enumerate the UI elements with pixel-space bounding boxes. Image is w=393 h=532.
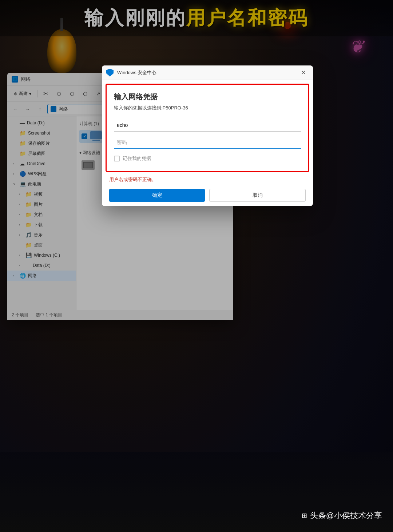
dialog-titlebar: Windows 安全中心 ✕ bbox=[102, 65, 313, 80]
password-field-container bbox=[114, 136, 301, 149]
confirm-button[interactable]: 确定 bbox=[109, 189, 205, 202]
password-input[interactable] bbox=[114, 136, 301, 149]
dialog-window-title: Windows 安全中心 bbox=[117, 69, 294, 76]
cancel-button[interactable]: 取消 bbox=[209, 189, 306, 202]
windows-security-icon bbox=[106, 69, 114, 77]
dialog-close-button[interactable]: ✕ bbox=[298, 67, 309, 78]
dialog-main-title: 输入网络凭据 bbox=[114, 92, 301, 102]
dialog-subtitle: 输入你的凭据以连接到:P50PRO-36 bbox=[114, 105, 301, 111]
dialog-content-area: 输入网络凭据 输入你的凭据以连接到:P50PRO-36 记住我的凭据 bbox=[106, 84, 309, 172]
security-dialog: Windows 安全中心 ✕ 输入网络凭据 输入你的凭据以连接到:P50PRO-… bbox=[102, 65, 313, 206]
watermark: ⊞ 头条@小侯技术分享 bbox=[302, 510, 382, 521]
username-input[interactable] bbox=[114, 119, 301, 132]
username-field-container bbox=[114, 119, 301, 132]
remember-checkbox[interactable] bbox=[114, 156, 120, 161]
remember-label: 记住我的凭据 bbox=[123, 155, 151, 162]
error-message: 用户名或密码不正确。 bbox=[109, 176, 306, 183]
remember-credentials-row: 记住我的凭据 bbox=[114, 153, 301, 164]
dialog-buttons: 确定 取消 bbox=[102, 184, 313, 206]
